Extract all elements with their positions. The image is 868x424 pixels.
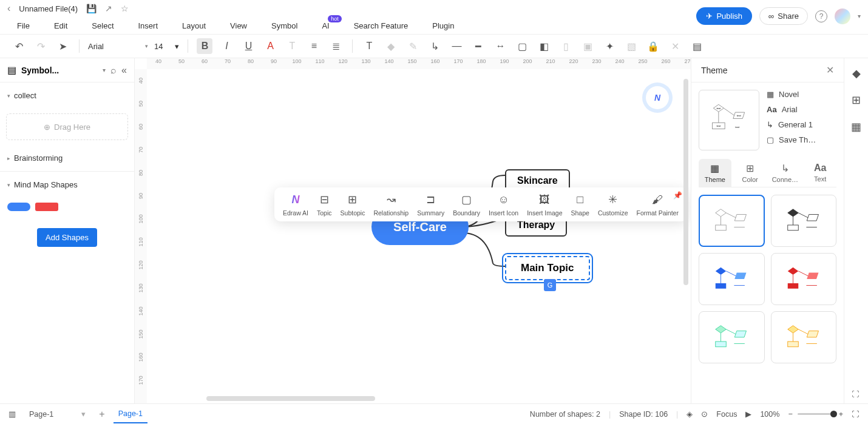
selected-topic[interactable]: Main Topic (505, 256, 590, 280)
ft-insert-icon[interactable]: ☺Insert Icon (489, 192, 518, 217)
theme-option-6[interactable] (771, 311, 837, 363)
page-selector[interactable]: Page-1▾ (24, 407, 90, 421)
menu-view[interactable]: View (230, 21, 247, 30)
horizontal-scrollbar[interactable] (206, 396, 375, 401)
menu-edit[interactable]: Edit (54, 21, 67, 30)
italic-icon[interactable]: I (219, 38, 234, 54)
send-back-icon[interactable]: ▢ (514, 38, 530, 54)
chevron-down-icon[interactable]: ▾ (103, 67, 106, 73)
line-weight-icon[interactable]: ━ (470, 38, 486, 54)
brainstorming-section[interactable]: ▸Brainstorming (7, 150, 127, 166)
focus-label[interactable]: Focus (716, 410, 737, 419)
ft-subtopic[interactable]: ⊞Subtopic (341, 192, 365, 217)
fullscreen-icon[interactable]: ⛶ (852, 410, 860, 419)
vertical-scrollbar[interactable] (683, 79, 688, 285)
text-tool-icon[interactable]: T (361, 38, 377, 54)
cursor-icon[interactable]: ➤ (55, 38, 70, 54)
layers-icon[interactable]: ◈ (687, 409, 693, 419)
pin-icon[interactable]: 📌 (673, 191, 682, 200)
tab-connector[interactable]: ↳Conne… (769, 159, 802, 187)
ai-assistant-badge[interactable]: N (646, 86, 669, 109)
arrow-style-icon[interactable]: ↔ (492, 38, 508, 54)
target-icon[interactable]: ⊙ (701, 409, 708, 419)
font-color-icon[interactable]: A (262, 38, 278, 54)
ft-boundary[interactable]: ▢Boundary (453, 192, 480, 217)
tools-icon[interactable]: ✕ (667, 38, 683, 54)
underline-icon[interactable]: U (240, 38, 256, 54)
bring-front-icon[interactable]: ◧ (536, 38, 552, 54)
add-shapes-button[interactable]: Add Shapes (37, 228, 97, 247)
ft-relationship[interactable]: ↝Relationship (373, 192, 409, 217)
theme-option-2[interactable] (771, 195, 837, 247)
ft-format-painter[interactable]: 🖌Format Painter (637, 192, 679, 217)
distribute-icon[interactable]: ▣ (580, 38, 595, 54)
drag-here-zone[interactable]: ⊕Drag Here (6, 113, 128, 140)
theme-novel[interactable]: ▦Novel (767, 90, 836, 99)
text-height-icon[interactable]: T (284, 38, 300, 54)
zoom-in-icon[interactable]: + (839, 410, 843, 419)
help-icon[interactable]: ? (815, 10, 827, 22)
apps-icon[interactable]: ▦ (851, 120, 861, 133)
effects-icon[interactable]: ✦ (602, 38, 617, 54)
connector-icon[interactable]: ↳ (427, 38, 442, 54)
theme-option-4[interactable] (771, 253, 837, 305)
collect-section[interactable]: ▾collect (7, 87, 127, 104)
bold-icon[interactable]: B (197, 38, 212, 54)
theme-option-3[interactable] (699, 253, 765, 305)
mindmap-shapes-section[interactable]: ▾Mind Map Shapes (7, 177, 127, 193)
fill-shape-icon[interactable]: ◆ (383, 38, 399, 54)
theme-option-5[interactable] (699, 311, 765, 363)
align-objects-icon[interactable]: ▯ (558, 38, 574, 54)
theme-font[interactable]: AaArial (767, 105, 836, 114)
menu-select[interactable]: Select (92, 21, 114, 30)
menu-search-feature[interactable]: Search Feature (354, 21, 409, 30)
ft-shape[interactable]: □Shape (571, 192, 589, 217)
add-panel-icon[interactable]: ⊞ (852, 93, 861, 107)
undo-icon[interactable]: ↶ (11, 38, 27, 54)
save-icon[interactable]: 💾 (86, 4, 97, 13)
page-setup-icon[interactable]: ▤ (689, 38, 705, 54)
translate-icon[interactable]: G (544, 279, 556, 291)
menu-file[interactable]: File (17, 21, 30, 30)
menu-plugin[interactable]: Plugin (432, 21, 454, 30)
zoom-slider[interactable] (798, 413, 834, 415)
zoom-out-icon[interactable]: − (788, 410, 792, 419)
canvas[interactable]: N Self-Care Skincare Therapy Main Topic … (147, 69, 691, 424)
theme-option-1[interactable] (699, 195, 765, 247)
line-style-icon[interactable]: — (449, 38, 464, 54)
ft-insert-image[interactable]: 🖼Insert Image (527, 192, 562, 217)
favorite-icon[interactable]: ☆ (121, 4, 129, 13)
align-left-icon[interactable]: ≡ (306, 38, 322, 54)
ft-edraw-ai[interactable]: NEdraw AI (283, 192, 308, 217)
line-color-icon[interactable]: ✎ (405, 38, 421, 54)
theme-connector[interactable]: ↳General 1 (767, 120, 836, 129)
font-selector[interactable]: Arial▾ (88, 42, 148, 51)
close-icon[interactable]: ✕ (826, 64, 834, 76)
font-size-selector[interactable]: 14▾ (154, 42, 179, 51)
theme-save[interactable]: ▢Save Th… (767, 135, 836, 144)
tab-text[interactable]: AaText (804, 159, 836, 187)
back-icon[interactable]: ‹ (7, 3, 10, 14)
shape-main-idea[interactable] (7, 203, 30, 211)
pages-icon[interactable]: ▥ (8, 409, 16, 419)
redo-icon[interactable]: ↷ (33, 38, 49, 54)
expand-icon[interactable]: ⛶ (852, 390, 860, 399)
lock-icon[interactable]: 🔒 (645, 38, 661, 54)
tab-color[interactable]: ⊞Color (734, 159, 767, 187)
play-icon[interactable]: ▶ (745, 409, 751, 419)
shape-floating-topic[interactable] (35, 203, 58, 211)
crop-icon[interactable]: ▧ (623, 38, 639, 54)
ft-customize[interactable]: ✳Customize (598, 192, 628, 217)
menu-insert[interactable]: Insert (138, 21, 158, 30)
tab-theme[interactable]: ▦Theme (699, 159, 731, 187)
avatar[interactable] (835, 8, 850, 24)
publish-button[interactable]: ✈Publish (696, 7, 752, 25)
menu-layout[interactable]: Layout (182, 21, 206, 30)
export-icon[interactable]: ↗ (105, 4, 112, 13)
add-page-icon[interactable]: + (99, 409, 104, 420)
search-icon[interactable]: ⌕ (110, 65, 117, 76)
ft-topic[interactable]: ⊟Topic (317, 192, 332, 217)
ft-summary[interactable]: ⊐Summary (417, 192, 444, 217)
menu-symbol[interactable]: Symbol (271, 21, 297, 30)
collapse-icon[interactable]: « (121, 65, 127, 76)
